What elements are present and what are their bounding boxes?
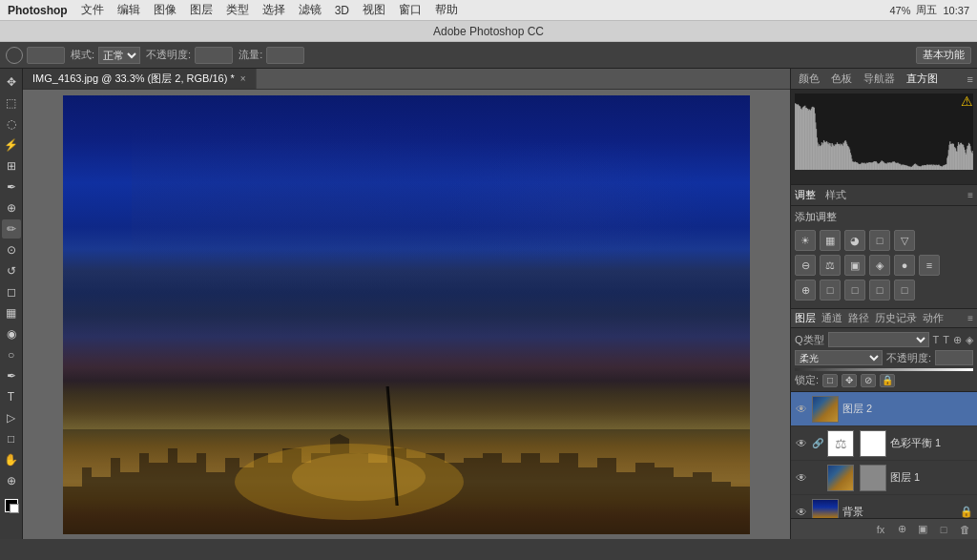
- adjustments-menu-icon[interactable]: ≡: [967, 190, 973, 200]
- layer-type-select[interactable]: [828, 332, 929, 347]
- type-tool[interactable]: T: [2, 387, 21, 406]
- layer-fx-button[interactable]: fx: [872, 522, 889, 537]
- brush-size-input[interactable]: 500: [27, 47, 65, 64]
- menu-type[interactable]: 类型: [226, 2, 249, 18]
- menu-file[interactable]: 文件: [81, 2, 104, 18]
- quick-select-tool[interactable]: ⚡: [2, 135, 21, 155]
- photo-filter-icon[interactable]: ◈: [869, 255, 890, 276]
- invert-icon[interactable]: ⊕: [795, 280, 816, 301]
- move-tool[interactable]: ✥: [2, 73, 21, 92]
- layers-menu-icon[interactable]: ≡: [967, 313, 973, 323]
- pen-tool[interactable]: ✒: [2, 366, 21, 385]
- exposure-icon[interactable]: □: [869, 230, 890, 251]
- panel-menu-icon[interactable]: ≡: [967, 73, 973, 85]
- menu-edit[interactable]: 编辑: [117, 2, 140, 18]
- foreground-color[interactable]: [2, 496, 21, 515]
- heal-tool[interactable]: ⊕: [2, 198, 21, 218]
- opacity-input[interactable]: 100%: [195, 47, 233, 64]
- brightness-contrast-icon[interactable]: ☀: [795, 230, 816, 251]
- blend-mode-select[interactable]: 柔光: [795, 350, 883, 365]
- layers-tab-layers[interactable]: 图层: [795, 311, 816, 325]
- main-area: ✥ ⬚ ◌ ⚡ ⊞ ✒ ⊕ ✏ ⊙ ↺ ◻ ▦ ◉ ○ ✒ T ▷ □ ✋ ⊕ …: [0, 69, 977, 539]
- hue-saturation-icon[interactable]: ⊖: [795, 255, 816, 276]
- color-lookup-icon[interactable]: ≡: [919, 255, 940, 276]
- layer-item-background[interactable]: 👁 背景 🔒: [791, 495, 977, 518]
- time-indicator: 10:37: [943, 5, 969, 16]
- vibrance-icon[interactable]: ▽: [894, 230, 915, 251]
- title-bar: Adobe Photoshop CC: [0, 21, 977, 42]
- menu-help[interactable]: 帮助: [435, 2, 458, 18]
- hand-tool[interactable]: ✋: [2, 450, 21, 469]
- menu-image[interactable]: 图像: [154, 2, 177, 18]
- menu-layer[interactable]: 图层: [190, 2, 213, 18]
- image-tab[interactable]: IMG_4163.jpg @ 33.3% (图层 2, RGB/16) * ×: [23, 69, 257, 89]
- layer-add-mask-button[interactable]: ⊕: [893, 522, 910, 537]
- layer-cb-visibility-icon[interactable]: 👁: [795, 437, 808, 450]
- opacity-group: 不透明度: 100%: [146, 47, 233, 64]
- adj-tab-adjustments[interactable]: 调整: [795, 188, 816, 202]
- lock-image-icon[interactable]: ✥: [842, 374, 857, 387]
- dodge-tool[interactable]: ○: [2, 345, 21, 364]
- path-selection-tool[interactable]: ▷: [2, 408, 21, 427]
- menu-select[interactable]: 选择: [262, 2, 285, 18]
- selective-color-icon[interactable]: □: [894, 280, 915, 301]
- tab-bar: IMG_4163.jpg @ 33.3% (图层 2, RGB/16) * ×: [23, 69, 790, 90]
- gradient-tool[interactable]: ▦: [2, 303, 21, 322]
- history-brush-tool[interactable]: ↺: [2, 261, 21, 280]
- opacity-slider[interactable]: [795, 368, 973, 371]
- panel-tab-swatches[interactable]: 色板: [827, 70, 856, 88]
- layer-1-visibility-icon[interactable]: 👁: [795, 471, 808, 485]
- tab-close-button[interactable]: ×: [240, 73, 246, 84]
- image-canvas: [23, 90, 790, 539]
- layers-tab-actions[interactable]: 动作: [923, 311, 944, 325]
- clone-tool[interactable]: ⊙: [2, 240, 21, 259]
- eyedropper-tool[interactable]: ✒: [2, 177, 21, 197]
- menu-window[interactable]: 窗口: [399, 2, 422, 18]
- layer-delete-button[interactable]: 🗑: [956, 522, 973, 537]
- layer-new-group-button[interactable]: ▣: [914, 522, 931, 537]
- layers-tab-channels[interactable]: 通道: [821, 311, 842, 325]
- panel-tab-histogram[interactable]: 直方图: [903, 70, 942, 88]
- shape-tool[interactable]: □: [2, 429, 21, 448]
- threshold-icon[interactable]: □: [844, 280, 865, 301]
- marquee-tool[interactable]: ⬚: [2, 93, 21, 113]
- gradient-map-icon[interactable]: □: [869, 280, 890, 301]
- brush-preview-icon: [6, 47, 23, 64]
- lock-label: 锁定:: [795, 373, 819, 387]
- menu-3d[interactable]: 3D: [335, 4, 349, 17]
- layer-item-1[interactable]: 👁 图层 1: [791, 461, 977, 495]
- color-balance-icon[interactable]: ⚖: [820, 255, 841, 276]
- menu-view[interactable]: 视图: [363, 2, 385, 18]
- mode-select[interactable]: 正常: [98, 47, 140, 64]
- layer-item-2[interactable]: 👁 图层 2: [791, 392, 977, 426]
- eraser-tool[interactable]: ◻: [2, 282, 21, 301]
- lasso-tool[interactable]: ◌: [2, 114, 21, 134]
- curves-icon[interactable]: ◕: [844, 230, 865, 251]
- layer-item-color-balance[interactable]: 👁 🔗 ⚖ 色彩平衡 1: [791, 426, 977, 461]
- black-white-icon[interactable]: ▣: [844, 255, 865, 276]
- zoom-tool[interactable]: ⊕: [2, 471, 21, 490]
- adj-tab-style[interactable]: 样式: [825, 188, 846, 202]
- menu-filter[interactable]: 滤镜: [299, 2, 322, 18]
- panel-tab-navigator[interactable]: 导航器: [860, 70, 899, 88]
- blur-tool[interactable]: ◉: [2, 324, 21, 343]
- opacity-value-input[interactable]: 19%: [935, 350, 973, 365]
- layer-new-layer-button[interactable]: □: [935, 522, 952, 537]
- layer-2-visibility-icon[interactable]: 👁: [795, 403, 808, 416]
- lock-row: 锁定: □ ✥ ⊘ 🔒: [795, 373, 973, 387]
- system-icons: 47% 周五 10:37: [889, 3, 969, 17]
- posterize-icon[interactable]: □: [820, 280, 841, 301]
- channel-mixer-icon[interactable]: ●: [894, 255, 915, 276]
- brush-tool[interactable]: ✏: [2, 219, 21, 239]
- lock-all-icon[interactable]: 🔒: [880, 374, 895, 387]
- crop-tool[interactable]: ⊞: [2, 156, 21, 176]
- levels-icon[interactable]: ▦: [820, 230, 841, 251]
- layer-bg-visibility-icon[interactable]: 👁: [795, 506, 808, 519]
- lock-transparent-icon[interactable]: □: [822, 374, 838, 387]
- layers-tab-history[interactable]: 历史记录: [875, 311, 917, 325]
- workspace-button[interactable]: 基本功能: [916, 47, 971, 64]
- layers-tab-paths[interactable]: 路径: [848, 311, 869, 325]
- panel-tab-color[interactable]: 颜色: [795, 70, 823, 88]
- flow-input[interactable]: 100%: [266, 47, 304, 64]
- lock-position-icon[interactable]: ⊘: [861, 374, 876, 387]
